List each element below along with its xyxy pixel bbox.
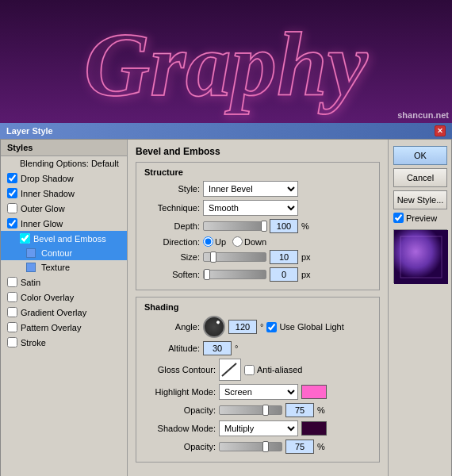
outer-glow-label: Outer Glow	[21, 204, 65, 213]
angle-unit: °	[260, 322, 263, 332]
gloss-contour-label: Gloss Contour:	[144, 365, 216, 374]
shadow-opacity-slider[interactable]	[219, 442, 282, 451]
anti-aliased-label[interactable]: Anti-aliased	[244, 365, 302, 375]
highlight-opacity-slider[interactable]	[219, 405, 282, 415]
gradient-overlay-checkbox[interactable]	[7, 307, 17, 317]
preview-checkbox[interactable]	[393, 213, 404, 223]
left-panel: Styles Blending Options: Default Drop Sh…	[1, 140, 128, 476]
depth-row: Depth: 100 %	[144, 219, 371, 233]
stroke-item[interactable]: Stroke	[1, 335, 127, 350]
soften-slider[interactable]	[203, 270, 266, 279]
gloss-contour-preview[interactable]	[219, 359, 241, 381]
depth-unit: %	[301, 221, 309, 231]
anti-aliased-checkbox[interactable]	[244, 365, 255, 375]
direction-down-radio[interactable]	[232, 236, 243, 247]
highlight-mode-select[interactable]: Screen Normal Multiply	[219, 384, 298, 400]
shadow-opacity-unit: %	[317, 442, 325, 451]
close-button[interactable]: ✕	[435, 125, 446, 136]
style-row: Style: Inner Bevel Outer Bevel Emboss Pi…	[144, 181, 371, 197]
pattern-overlay-label: Pattern Overlay	[21, 323, 81, 332]
shadow-mode-select[interactable]: Multiply Normal Screen	[219, 420, 298, 436]
depth-slider[interactable]	[203, 221, 266, 231]
size-input[interactable]: 10	[270, 250, 298, 264]
texture-item[interactable]: Texture	[1, 260, 127, 274]
style-select[interactable]: Inner Bevel Outer Bevel Emboss Pillow Em…	[203, 181, 298, 197]
size-unit: px	[301, 252, 311, 262]
drop-shadow-checkbox[interactable]	[7, 173, 17, 183]
angle-indicator	[216, 321, 220, 324]
soften-row: Soften: 0 px	[144, 267, 371, 282]
depth-input[interactable]: 100	[270, 219, 298, 233]
technique-select[interactable]: Smooth Chisel Hard Chisel Soft	[203, 200, 298, 216]
satin-checkbox[interactable]	[7, 277, 17, 287]
gradient-overlay-item[interactable]: Gradient Overlay	[1, 305, 127, 320]
inner-shadow-label: Inner Shadow	[21, 189, 75, 198]
inner-shadow-checkbox[interactable]	[7, 188, 17, 198]
shading-section: Shading Angle: 120 ° Use Global Light Al…	[136, 297, 380, 463]
pattern-overlay-checkbox[interactable]	[7, 322, 17, 332]
inner-shadow-item[interactable]: Inner Shadow	[1, 186, 127, 201]
bevel-emboss-item[interactable]: Bevel and Emboss	[1, 231, 127, 246]
bevel-emboss-checkbox[interactable]	[20, 233, 30, 244]
svg-rect-3	[394, 230, 448, 284]
global-light-label[interactable]: Use Global Light	[266, 322, 343, 332]
soften-unit: px	[301, 270, 311, 279]
highlight-color-swatch[interactable]	[301, 385, 327, 399]
pattern-overlay-item[interactable]: Pattern Overlay	[1, 320, 127, 335]
inner-glow-item[interactable]: Inner Glow	[1, 216, 127, 231]
dialog-titlebar: Layer Style ✕	[0, 123, 452, 139]
soften-input[interactable]: 0	[270, 267, 298, 282]
stroke-label: Stroke	[21, 338, 46, 347]
altitude-input[interactable]: 30	[203, 341, 232, 355]
size-thumb[interactable]	[210, 251, 216, 263]
global-light-checkbox[interactable]	[266, 322, 277, 332]
highlight-opacity-input[interactable]: 75	[285, 403, 314, 417]
direction-up-radio[interactable]	[203, 236, 213, 247]
shadow-color-swatch[interactable]	[301, 421, 327, 436]
preview-row: Preview	[393, 213, 446, 223]
preview-label-text: Preview	[406, 213, 437, 223]
contour-item[interactable]: Contour	[1, 246, 127, 260]
highlight-opacity-unit: %	[317, 405, 325, 415]
direction-down-text: Down	[244, 237, 266, 247]
dialog-title: Layer Style	[6, 126, 53, 136]
drop-shadow-label: Drop Shadow	[21, 174, 74, 183]
angle-input[interactable]: 120	[228, 320, 257, 334]
outer-glow-checkbox[interactable]	[7, 203, 17, 213]
highlight-mode-label: Highlight Mode:	[144, 387, 216, 397]
preview-box	[393, 229, 447, 283]
blending-options-item[interactable]: Blending Options: Default	[1, 156, 127, 171]
depth-thumb[interactable]	[261, 221, 267, 232]
size-label: Size:	[144, 252, 200, 262]
shadow-mode-row: Shadow Mode: Multiply Normal Screen	[144, 420, 371, 436]
highlight-opacity-thumb[interactable]	[262, 405, 269, 416]
section-title: Bevel and Emboss	[136, 146, 380, 157]
ok-button[interactable]: OK	[393, 146, 447, 165]
inner-glow-checkbox[interactable]	[7, 218, 17, 228]
direction-down-label[interactable]: Down	[232, 236, 266, 247]
outer-glow-item[interactable]: Outer Glow	[1, 201, 127, 216]
angle-row: Angle: 120 ° Use Global Light	[144, 316, 371, 338]
size-slider[interactable]	[203, 252, 266, 262]
color-overlay-label: Color Overlay	[21, 293, 74, 302]
watermark-label: shancun.net	[397, 110, 449, 120]
global-light-text: Use Global Light	[279, 322, 343, 332]
soften-thumb[interactable]	[204, 269, 210, 280]
direction-up-label[interactable]: Up	[203, 236, 226, 247]
shadow-opacity-input[interactable]: 75	[285, 440, 314, 454]
anti-aliased-text: Anti-aliased	[257, 365, 302, 374]
angle-dial[interactable]	[203, 316, 225, 338]
angle-label: Angle:	[144, 322, 200, 332]
stroke-checkbox[interactable]	[7, 337, 17, 347]
color-overlay-item[interactable]: Color Overlay	[1, 290, 127, 305]
satin-label: Satin	[21, 278, 40, 287]
color-overlay-checkbox[interactable]	[7, 292, 17, 302]
gloss-contour-row: Gloss Contour: Anti-aliased	[144, 359, 371, 381]
new-style-button[interactable]: New Style...	[393, 190, 447, 209]
cancel-button[interactable]: Cancel	[393, 168, 447, 187]
shadow-opacity-thumb[interactable]	[262, 441, 269, 452]
gradient-overlay-label: Gradient Overlay	[21, 308, 86, 317]
drop-shadow-item[interactable]: Drop Shadow	[1, 171, 127, 186]
satin-item[interactable]: Satin	[1, 274, 127, 290]
inner-glow-label: Inner Glow	[21, 219, 63, 228]
